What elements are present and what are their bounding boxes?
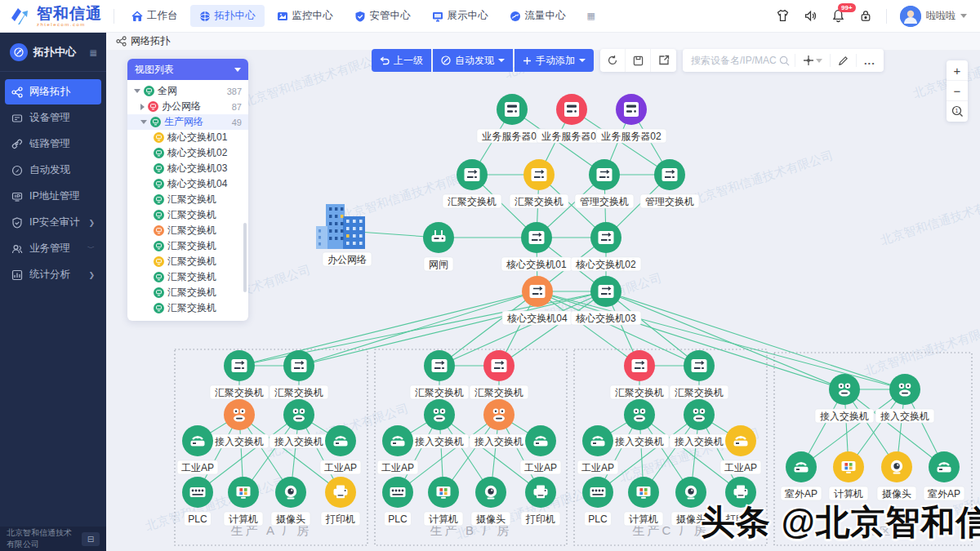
theme-skin-icon[interactable] bbox=[775, 9, 790, 24]
sidebar-item-3[interactable]: 链路管理 bbox=[5, 131, 101, 157]
topo-node-label: 工业AP bbox=[381, 462, 414, 473]
tree-node-count: 49 bbox=[232, 118, 242, 127]
tree-row-7[interactable]: 核心交换机04 bbox=[127, 176, 248, 192]
chevron-down-icon bbox=[579, 59, 586, 62]
topo-node-label: 办公网络 bbox=[327, 254, 367, 265]
notifications-bell-icon[interactable]: 99+ bbox=[831, 9, 845, 24]
nav-item-4[interactable]: 安管中心 bbox=[345, 5, 420, 27]
sidebar-item-7[interactable]: 业务管理﹀ bbox=[5, 236, 101, 261]
up-level-button[interactable]: 上一级 bbox=[372, 49, 431, 72]
tree-row-12[interactable]: 汇聚交换机 bbox=[127, 254, 248, 269]
topo-node-label: 业务服务器02 bbox=[601, 131, 662, 142]
sidebar-item-5[interactable]: IP地址管理 bbox=[5, 184, 101, 209]
topo-node-label: 计算机 bbox=[229, 513, 258, 525]
tree-row-14[interactable]: 汇聚交换机 bbox=[127, 285, 248, 300]
auto-discover-button[interactable]: 自动发现 bbox=[433, 49, 513, 72]
nav-item-2[interactable]: 拓扑中心 bbox=[190, 5, 265, 27]
tree-row-10[interactable]: 汇聚交换机 bbox=[127, 223, 248, 238]
scrollbar-thumb[interactable] bbox=[243, 223, 247, 292]
sidebar-footer-company: 北京智和信通技术有限公司 bbox=[7, 527, 77, 550]
tree-row-4[interactable]: 核心交换机01 bbox=[127, 130, 248, 145]
divider bbox=[114, 9, 114, 24]
topo-node-label: 工业AP bbox=[724, 462, 757, 473]
tree-caret-icon[interactable] bbox=[140, 104, 145, 110]
topo-node-label: 汇聚交换机 bbox=[415, 387, 464, 398]
topo-node[interactable]: 网闸 bbox=[423, 222, 454, 271]
tree-node-label: 核心交换机02 bbox=[167, 146, 227, 160]
nav-item-5[interactable]: 展示中心 bbox=[423, 5, 497, 27]
search-input[interactable] bbox=[691, 55, 779, 66]
sidebar-item-label: 自动发现 bbox=[29, 163, 70, 177]
more-label: ... bbox=[864, 55, 875, 67]
topo-node[interactable]: PLC bbox=[182, 477, 213, 526]
view-list-header[interactable]: 视图列表 bbox=[127, 59, 248, 80]
page-title: 网络拓扑 bbox=[131, 34, 170, 48]
sidebar-item-1[interactable]: 网络拓扑 bbox=[5, 79, 101, 104]
topo-node-label: PLC bbox=[388, 513, 408, 525]
tree-node-count: 387 bbox=[227, 87, 242, 96]
topo-node-label: 网闸 bbox=[429, 259, 448, 270]
manual-add-button[interactable]: 手动添加 bbox=[514, 49, 594, 72]
tree-row-2[interactable]: 办公网络87 bbox=[127, 99, 248, 114]
sidebar-item-6[interactable]: IP安全审计❯ bbox=[5, 210, 101, 235]
tree-row-6[interactable]: 核心交换机03 bbox=[127, 161, 248, 176]
tree-row-5[interactable]: 核心交换机02 bbox=[127, 145, 248, 161]
tree-row-1[interactable]: 全网387 bbox=[127, 83, 248, 99]
tree-node-label: 汇聚交换机 bbox=[167, 286, 216, 300]
logo-mark-icon bbox=[10, 7, 31, 25]
tree-caret-icon[interactable] bbox=[134, 89, 140, 93]
link-icon bbox=[11, 139, 23, 150]
tree-row-15[interactable]: 汇聚交换机 bbox=[127, 300, 248, 316]
save-button[interactable] bbox=[626, 49, 651, 72]
search-bar: ... bbox=[683, 49, 884, 72]
nav-item-3[interactable]: 监控中心 bbox=[268, 5, 342, 27]
grid-menu-icon[interactable]: ▦ bbox=[90, 48, 98, 57]
export-button[interactable] bbox=[651, 49, 676, 72]
nav-item-1[interactable]: 工作台 bbox=[122, 5, 187, 27]
tree-node-label: 汇聚交换机 bbox=[167, 193, 216, 207]
device-icon bbox=[11, 113, 23, 124]
tree-caret-icon[interactable] bbox=[140, 120, 147, 124]
topo-node[interactable]: PLC bbox=[582, 477, 613, 526]
home-icon bbox=[131, 11, 143, 22]
sidebar-item-label: IP地址管理 bbox=[29, 189, 80, 203]
layout-button[interactable] bbox=[800, 55, 825, 66]
user-menu[interactable]: 啦啦啦 bbox=[900, 6, 967, 27]
tree-row-13[interactable]: 汇聚交换机 bbox=[127, 269, 248, 285]
sidebar-item-4[interactable]: 自动发现 bbox=[5, 158, 101, 183]
device-node-icon bbox=[150, 117, 161, 127]
refresh-button[interactable] bbox=[600, 49, 626, 72]
topology-center-icon bbox=[10, 43, 28, 61]
topo-node[interactable]: PLC bbox=[382, 477, 413, 526]
tree-row-3[interactable]: 生产网络49 bbox=[127, 114, 248, 130]
more-button[interactable]: ... bbox=[862, 55, 880, 67]
zoom-out-button[interactable]: − bbox=[947, 81, 968, 101]
plus-icon bbox=[523, 56, 532, 65]
back-arrow-icon bbox=[380, 56, 390, 65]
collapse-sidebar-icon[interactable]: ⊟ bbox=[82, 532, 100, 546]
zoom-in-button[interactable]: + bbox=[947, 60, 968, 81]
tree-node-label: 汇聚交换机 bbox=[167, 239, 216, 253]
up-level-label: 上一级 bbox=[394, 54, 423, 68]
search-icon[interactable] bbox=[779, 56, 790, 66]
display-icon bbox=[432, 11, 443, 22]
flow-icon bbox=[510, 11, 521, 22]
sidebar-item-2[interactable]: 设备管理 bbox=[5, 105, 101, 131]
zoom-reset-button[interactable]: 1 bbox=[947, 101, 968, 122]
device-node-icon bbox=[154, 225, 164, 236]
topo-node-label: 汇聚交换机 bbox=[448, 196, 497, 207]
nav-item-label: 展示中心 bbox=[448, 9, 488, 23]
topo-node-label: 核心交换机03 bbox=[575, 313, 636, 324]
nav-item-6[interactable]: 流量中心 bbox=[501, 5, 575, 27]
sound-icon[interactable] bbox=[803, 9, 817, 24]
apps-grid-icon[interactable]: ▦ bbox=[578, 7, 605, 25]
top-navbar: 智和信通 zhtelecom.com 工作台拓扑中心监控中心安管中心展示中心流量… bbox=[0, 0, 980, 33]
edit-button[interactable] bbox=[835, 56, 851, 66]
divider bbox=[856, 54, 857, 67]
tree-row-11[interactable]: 汇聚交换机 bbox=[127, 238, 248, 254]
tree-row-9[interactable]: 汇聚交换机 bbox=[127, 207, 248, 223]
sidebar-item-8[interactable]: 统计分析❯ bbox=[5, 262, 101, 287]
lock-icon[interactable] bbox=[858, 9, 873, 24]
tree-row-8[interactable]: 汇聚交换机 bbox=[127, 192, 248, 207]
left-sidebar: 拓扑中心 ▦ 网络拓扑设备管理链路管理自动发现IP地址管理IP安全审计❯业务管理… bbox=[0, 33, 106, 551]
